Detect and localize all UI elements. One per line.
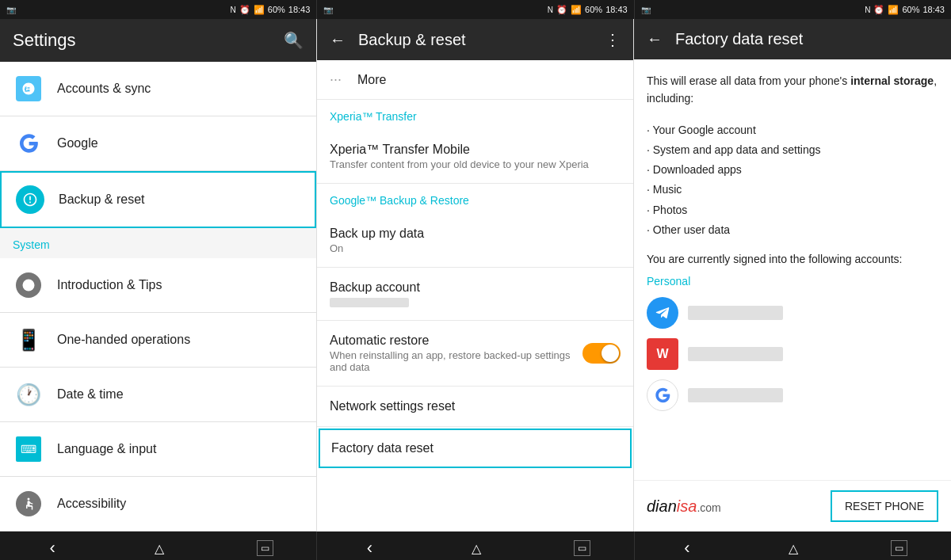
factory-accounts-description: You are currently signed into the follow… bbox=[647, 253, 938, 265]
settings-header: Settings 🔍 bbox=[0, 19, 316, 62]
more-icon: ··· bbox=[330, 71, 342, 88]
nav-bar-2: ‹ △ ▭ bbox=[317, 531, 634, 560]
sidebar-item-backup[interactable]: Backup & reset bbox=[0, 171, 316, 228]
nav-recent-button-1[interactable]: ▭ bbox=[257, 540, 273, 556]
google-backup-section-header: Google™ Backup & Restore bbox=[317, 184, 633, 214]
backup-panel: ← Backup & reset ⋮ ··· More Xperia™ Tran… bbox=[317, 19, 634, 531]
signal-icon-2: 📶 bbox=[571, 5, 582, 15]
google-account-name bbox=[688, 388, 783, 402]
google-icon-wrapper bbox=[13, 128, 44, 159]
nfc-icon-3: N bbox=[865, 6, 870, 14]
nav-home-button-1[interactable]: △ bbox=[148, 535, 170, 561]
backup-item-account[interactable]: Backup account bbox=[317, 268, 633, 321]
backup-item-autorestore[interactable]: Automatic restore When reinstalling an a… bbox=[317, 321, 633, 387]
screenshot-icon: 📷 bbox=[6, 6, 16, 14]
intro-icon-wrapper: i bbox=[13, 269, 44, 301]
account-placeholder bbox=[330, 298, 409, 307]
factory-list-item-6: · Other user data bbox=[647, 220, 938, 240]
backup-item-xperia[interactable]: Xperia™ Transfer Mobile Transfer content… bbox=[317, 130, 633, 184]
sidebar-item-datetime[interactable]: 🕐 Date & time bbox=[0, 368, 316, 422]
status-bars: 📷 N ⏰ 📶 60% 18:43 📷 N ⏰ 📶 60% 18:43 📷 N … bbox=[0, 0, 951, 19]
alarm-icon: ⏰ bbox=[239, 5, 250, 15]
sidebar-item-google[interactable]: Google bbox=[0, 116, 316, 171]
factory-list: · Your Google account · System and app d… bbox=[647, 120, 938, 240]
time-text-3: 18:43 bbox=[922, 5, 945, 14]
sidebar-item-language[interactable]: ⌨ Language & input bbox=[0, 422, 316, 477]
telegram-account-name bbox=[688, 306, 783, 320]
nav-recent-button-2[interactable]: ▭ bbox=[574, 540, 590, 556]
autorestore-label: Automatic restore bbox=[330, 333, 582, 348]
backup-item-networkreset[interactable]: Network settings reset bbox=[317, 387, 633, 427]
factory-footer: dianisa.com RESET PHONE bbox=[634, 480, 951, 531]
battery-text: 60% bbox=[268, 5, 285, 14]
nav-recent-button-3[interactable]: ▭ bbox=[891, 540, 907, 556]
google-backup-section-label: Google™ Backup & Restore bbox=[330, 194, 469, 207]
backup-item-backupdata[interactable]: Back up my data On bbox=[317, 214, 633, 268]
datetime-label: Date & time bbox=[57, 387, 124, 402]
personal-label: Personal bbox=[647, 275, 938, 288]
settings-list: Accounts & sync Google Backup & rese bbox=[0, 62, 316, 531]
intro-label: Introduction & Tips bbox=[57, 278, 162, 292]
status-bar-3: 📷 N ⏰ 📶 60% 18:43 bbox=[635, 0, 951, 19]
nav-back-button-3[interactable]: ‹ bbox=[678, 531, 696, 560]
google-label: Google bbox=[57, 136, 98, 150]
screenshot-icon-2: 📷 bbox=[323, 6, 333, 14]
watermark: dianisa.com bbox=[647, 496, 721, 516]
google-account-icon bbox=[647, 379, 678, 411]
autorestore-sub: When reinstalling an app, restore backed… bbox=[330, 349, 582, 373]
factory-list-item-5: · Photos bbox=[647, 200, 938, 220]
time-text-2: 18:43 bbox=[605, 5, 628, 14]
screenshot-icon-3: 📷 bbox=[641, 6, 651, 14]
nav-back-button-1[interactable]: ‹ bbox=[44, 531, 62, 560]
status-bar-1: 📷 N ⏰ 📶 60% 18:43 bbox=[0, 0, 317, 19]
svg-point-2 bbox=[28, 498, 30, 501]
navigation-bars: ‹ △ ▭ ‹ △ ▭ ‹ △ ▭ bbox=[0, 531, 951, 560]
sidebar-item-intro[interactable]: i Introduction & Tips bbox=[0, 258, 316, 313]
autorestore-content: Automatic restore When reinstalling an a… bbox=[330, 333, 582, 373]
nav-home-button-3[interactable]: △ bbox=[782, 535, 804, 561]
factory-list-item-1: · Your Google account bbox=[647, 120, 938, 140]
search-icon[interactable]: 🔍 bbox=[284, 31, 304, 50]
factory-desc-text1: This will erase all data from your phone… bbox=[647, 74, 850, 87]
backup-item-factoryreset[interactable]: Factory data reset bbox=[319, 429, 632, 468]
status-left-1: 📷 bbox=[6, 6, 16, 14]
reset-phone-button[interactable]: RESET PHONE bbox=[831, 490, 938, 522]
settings-panel: Settings 🔍 Accounts & sync bbox=[0, 19, 317, 531]
autorestore-toggle[interactable] bbox=[582, 343, 621, 364]
account-row-telegram bbox=[647, 297, 938, 329]
sidebar-item-onehanded[interactable]: 📱 One-handed operations bbox=[0, 313, 316, 368]
onehanded-icon-wrapper: 📱 bbox=[13, 324, 44, 356]
backup-item-more[interactable]: ··· More bbox=[317, 60, 633, 100]
factory-header: ← Factory data reset bbox=[634, 19, 951, 59]
intro-icon: i bbox=[16, 272, 41, 298]
backup-icon-wrapper bbox=[14, 184, 46, 215]
factory-content: This will erase all data from your phone… bbox=[634, 59, 951, 480]
telegram-icon bbox=[647, 297, 678, 329]
onehanded-icon: 📱 bbox=[16, 327, 41, 352]
signal-icon-3: 📶 bbox=[888, 5, 899, 15]
wps-account-name bbox=[688, 347, 783, 361]
accessibility-icon-wrapper bbox=[13, 488, 44, 520]
language-icon: ⌨ bbox=[16, 436, 41, 462]
factory-list-item-2: · System and app data and settings bbox=[647, 140, 938, 160]
accessibility-label: Accessibility bbox=[57, 497, 126, 511]
sidebar-item-accessibility[interactable]: Accessibility bbox=[0, 477, 316, 531]
account-row-wps: W bbox=[647, 338, 938, 370]
factory-back-button[interactable]: ← bbox=[647, 30, 663, 48]
language-label: Language & input bbox=[57, 442, 156, 456]
backup-header: ← Backup & reset ⋮ bbox=[317, 19, 633, 60]
nfc-icon: N bbox=[231, 6, 236, 14]
nfc-icon-2: N bbox=[548, 6, 553, 14]
status-right-1: N ⏰ 📶 60% 18:43 bbox=[231, 5, 311, 15]
nav-home-button-2[interactable]: △ bbox=[465, 535, 487, 561]
nav-bar-3: ‹ △ ▭ bbox=[635, 531, 951, 560]
backup-more-button[interactable]: ⋮ bbox=[605, 30, 621, 49]
nav-back-button-2[interactable]: ‹ bbox=[361, 531, 379, 560]
google-icon bbox=[16, 131, 41, 156]
datetime-icon-wrapper: 🕐 bbox=[13, 379, 44, 410]
xperia-section-header: Xperia™ Transfer bbox=[317, 100, 633, 130]
factory-desc-bold: internal storage bbox=[850, 74, 934, 87]
sidebar-item-accounts[interactable]: Accounts & sync bbox=[0, 62, 316, 116]
backup-back-button[interactable]: ← bbox=[330, 31, 346, 49]
signal-icon: 📶 bbox=[254, 5, 265, 15]
